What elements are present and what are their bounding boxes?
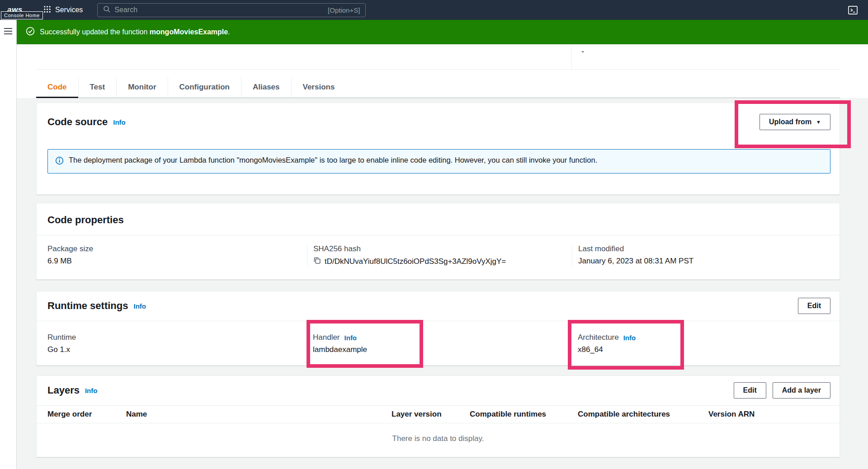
- alert-text: The deployment package of your Lambda fu…: [69, 156, 597, 164]
- architecture-label: Architecture: [578, 333, 619, 342]
- last-modified-value: January 6, 2023 at 08:31 AM PST: [578, 257, 840, 266]
- code-source-info-link[interactable]: Info: [113, 118, 126, 126]
- top-navigation-bar: aws Console Home Services Search [Option…: [0, 0, 868, 20]
- layers-edit-button[interactable]: Edit: [734, 382, 766, 399]
- tab-code[interactable]: Code: [36, 77, 78, 98]
- last-modified-field: Last modified January 6, 2023 at 08:31 A…: [572, 244, 840, 267]
- last-modified-label: Last modified: [578, 244, 840, 253]
- architecture-value: x86_64: [578, 345, 840, 354]
- handler-label: Handler: [313, 333, 340, 342]
- tab-aliases[interactable]: Aliases: [241, 77, 291, 98]
- left-navigation-rail: [0, 20, 17, 469]
- services-label: Services: [55, 6, 83, 14]
- upload-from-button[interactable]: Upload from ▼: [760, 114, 830, 130]
- package-size-value: 6.9 MB: [47, 257, 307, 266]
- info-circle-icon: [55, 156, 64, 167]
- code-properties-title: Code properties: [47, 214, 829, 226]
- column-version-arn: Version ARN: [708, 410, 840, 419]
- sha256-field: SHA256 hash tD/DkNUvaYiuf8UlC5tz6oiOPdS3…: [307, 244, 572, 267]
- copy-icon[interactable]: [313, 257, 321, 267]
- architecture-field: Architecture Info x86_64: [572, 333, 840, 354]
- success-check-icon: [26, 27, 35, 38]
- architecture-info-link[interactable]: Info: [623, 334, 636, 342]
- search-input[interactable]: Search [Option+S]: [97, 3, 366, 17]
- runtime-value: Go 1.x: [47, 345, 307, 354]
- deployment-package-alert: The deployment package of your Lambda fu…: [47, 149, 830, 174]
- code-source-title: Code source: [47, 116, 108, 128]
- runtime-label: Runtime: [47, 333, 307, 342]
- tab-configuration[interactable]: Configuration: [168, 77, 241, 98]
- package-size-field: Package size 6.9 MB: [37, 244, 307, 267]
- menu-toggle-button[interactable]: [3, 27, 14, 37]
- layers-card: Layers Info Edit Add a layer Merge order…: [36, 375, 840, 457]
- layers-info-link[interactable]: Info: [85, 387, 98, 394]
- banner-message: Successfully updated the function mongoM…: [40, 28, 230, 36]
- banner-function-name: mongoMoviesExample: [150, 28, 228, 36]
- main-content: - Code Test Monitor Configuration Aliase…: [17, 44, 868, 469]
- function-overview-partial: -: [17, 44, 868, 69]
- search-icon: [103, 5, 110, 15]
- handler-value: lambdaexample: [313, 345, 572, 354]
- package-size-label: Package size: [47, 244, 307, 253]
- code-source-card: Code source Info Upload from ▼ The deplo…: [36, 103, 840, 195]
- banner-message-suffix: .: [228, 28, 230, 36]
- runtime-settings-info-link[interactable]: Info: [133, 302, 146, 310]
- column-layer-version: Layer version: [392, 410, 470, 419]
- layers-title: Layers: [47, 385, 80, 396]
- search-placeholder: Search: [114, 6, 137, 14]
- runtime-settings-title: Runtime settings: [47, 300, 128, 312]
- success-banner: Successfully updated the function mongoM…: [17, 20, 868, 44]
- add-layer-button[interactable]: Add a layer: [773, 382, 830, 399]
- runtime-settings-card: Runtime settings Info Edit Runtime Go 1.…: [36, 291, 840, 366]
- tab-test[interactable]: Test: [78, 77, 117, 98]
- apps-grid-icon: [43, 5, 51, 15]
- runtime-field: Runtime Go 1.x: [37, 333, 307, 354]
- column-compatible-runtimes: Compatible runtimes: [470, 410, 578, 419]
- handler-info-link[interactable]: Info: [344, 334, 357, 342]
- function-overview-band: - Code Test Monitor Configuration Aliase…: [17, 44, 868, 98]
- runtime-edit-button[interactable]: Edit: [798, 298, 830, 314]
- tab-bar: Code Test Monitor Configuration Aliases …: [36, 70, 840, 98]
- cloudshell-icon[interactable]: [848, 5, 858, 15]
- column-name: Name: [126, 410, 392, 419]
- column-compatible-architectures: Compatible architectures: [578, 410, 708, 419]
- layers-table-header: Merge order Name Layer version Compatibl…: [37, 405, 840, 423]
- search-shortcut-hint: [Option+S]: [328, 6, 360, 14]
- overview-column-divider: [571, 44, 572, 69]
- tab-versions[interactable]: Versions: [291, 77, 346, 98]
- sha256-value: tD/DkNUvaYiuf8UlC5tz6oiOPdS3Sg+3AZl9oVyX…: [325, 257, 506, 266]
- chevron-down-icon: ▼: [816, 120, 821, 125]
- handler-field: Handler Info lambdaexample: [307, 333, 572, 354]
- console-home-tooltip: Console Home: [1, 11, 43, 19]
- overview-placeholder-value: -: [581, 47, 584, 56]
- sha256-label: SHA256 hash: [313, 244, 572, 253]
- layers-empty-state: There is no data to display.: [37, 423, 840, 457]
- tab-monitor[interactable]: Monitor: [116, 77, 167, 98]
- column-merge-order: Merge order: [47, 410, 126, 419]
- code-properties-card: Code properties Package size 6.9 MB SHA2…: [36, 203, 840, 280]
- aws-logo[interactable]: aws Console Home: [7, 5, 27, 14]
- services-menu-button[interactable]: Services: [41, 5, 85, 15]
- upload-from-label: Upload from: [769, 118, 811, 126]
- banner-message-prefix: Successfully updated the function: [40, 28, 150, 36]
